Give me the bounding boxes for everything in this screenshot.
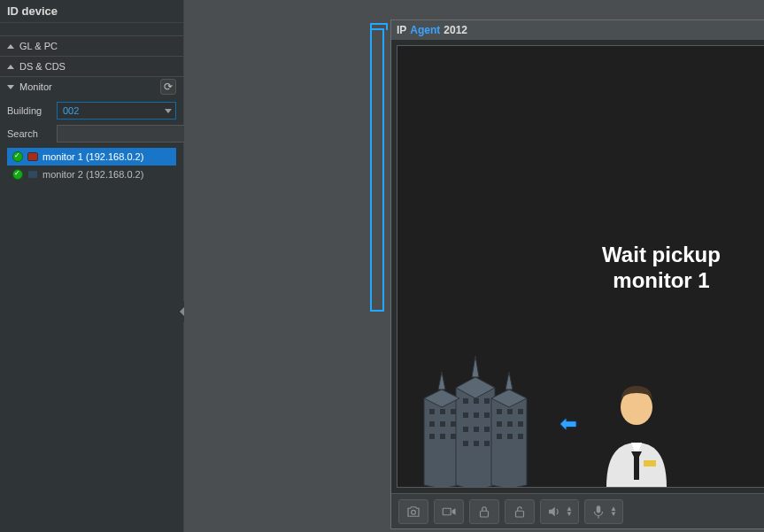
drop-indicator: [368, 23, 388, 317]
volume-stepper-icon: ▲▼: [566, 506, 573, 517]
svg-rect-23: [474, 412, 479, 418]
search-label: Search: [7, 128, 51, 139]
svg-rect-22: [463, 412, 468, 418]
svg-rect-36: [518, 421, 523, 427]
svg-rect-20: [474, 398, 479, 404]
call-toolbar: ▲▼ ▲▼ Hangup: [391, 493, 764, 528]
svg-rect-48: [516, 511, 524, 517]
status-line-2: monitor 1: [397, 268, 764, 294]
record-button[interactable]: [434, 499, 464, 524]
building-select[interactable]: 002: [57, 102, 176, 120]
monitor-panel: Building 002 Search ✕ monitor 1 (192.: [0, 96, 183, 190]
svg-rect-19: [463, 398, 468, 404]
main-area: IP Agent 2012 Wait pickup monitor 1: [184, 0, 764, 532]
lock-button[interactable]: [469, 499, 499, 524]
chevron-down-icon: [165, 109, 172, 113]
svg-rect-18: [451, 434, 456, 439]
status-ok-icon: [12, 151, 23, 162]
ip-agent-dialog: IP Agent 2012 Wait pickup monitor 1: [390, 19, 764, 529]
accordion-label: GL & PC: [19, 41, 58, 51]
tree-item-monitor-2[interactable]: monitor 2 (192.168.0.2): [7, 166, 176, 183]
status-ok-icon: [12, 169, 23, 180]
svg-rect-14: [440, 421, 445, 427]
svg-marker-49: [549, 506, 555, 516]
status-line-1: Wait pickup: [397, 243, 764, 268]
svg-rect-10: [429, 409, 435, 414]
svg-rect-45: [443, 508, 451, 515]
accordion-label: Monitor: [19, 81, 52, 92]
svg-rect-21: [484, 398, 490, 404]
sidebar-title: ID device: [0, 0, 183, 23]
tree-item-monitor-1[interactable]: monitor 1 (192.168.0.2): [7, 148, 176, 166]
unlock-button[interactable]: [505, 499, 535, 524]
svg-point-44: [412, 510, 416, 514]
svg-rect-11: [440, 409, 445, 414]
volume-stepper-icon: ▲▼: [610, 506, 617, 517]
svg-rect-50: [597, 505, 601, 513]
buildings-icon: [405, 345, 546, 487]
svg-rect-39: [518, 434, 523, 439]
arrow-left-icon: ⬅: [560, 412, 576, 436]
building-value: 002: [63, 105, 79, 116]
svg-rect-25: [463, 427, 468, 432]
svg-rect-16: [429, 434, 435, 439]
mic-volume-button[interactable]: ▲▼: [584, 499, 623, 524]
accordion-gl-pc[interactable]: GL & PC: [0, 36, 183, 56]
person-icon: [594, 381, 679, 487]
call-status-text: Wait pickup monitor 1: [397, 243, 764, 294]
search-input[interactable]: [57, 125, 188, 143]
svg-marker-7: [438, 372, 445, 389]
building-label: Building: [7, 105, 51, 116]
dialog-titlebar[interactable]: IP Agent 2012: [391, 20, 764, 40]
device-icon: [27, 170, 38, 179]
sidebar: ID device GL & PC DS & CDS Monitor ⟳ B: [0, 0, 184, 532]
svg-marker-8: [472, 356, 479, 377]
accordion-ds-cds[interactable]: DS & CDS: [0, 57, 183, 76]
tree-item-label: monitor 2 (192.168.0.2): [42, 169, 143, 180]
svg-rect-43: [644, 460, 656, 466]
device-icon: [27, 152, 38, 161]
svg-rect-29: [474, 441, 479, 446]
speaker-volume-button[interactable]: ▲▼: [540, 499, 579, 524]
svg-rect-15: [451, 421, 456, 427]
svg-rect-24: [484, 412, 490, 418]
refresh-button[interactable]: ⟳: [160, 79, 176, 95]
svg-rect-37: [497, 434, 502, 439]
accordion-label: DS & CDS: [19, 61, 66, 72]
brand-agent: Agent: [410, 24, 440, 36]
svg-rect-13: [429, 421, 435, 427]
tree-item-label: monitor 1 (192.168.0.2): [42, 151, 143, 162]
brand-ip: IP: [397, 24, 406, 36]
svg-rect-35: [507, 421, 513, 427]
svg-rect-31: [497, 409, 502, 414]
accordion-monitor[interactable]: Monitor ⟳: [0, 77, 183, 96]
svg-rect-47: [481, 511, 489, 517]
svg-rect-26: [474, 427, 479, 432]
caret-up-icon: [7, 44, 14, 49]
svg-rect-33: [518, 409, 523, 414]
svg-marker-9: [505, 372, 513, 389]
svg-rect-17: [440, 434, 445, 439]
svg-rect-30: [484, 441, 490, 446]
collapse-sidebar-handle[interactable]: [179, 301, 184, 322]
svg-rect-12: [451, 409, 456, 414]
svg-rect-32: [507, 409, 513, 414]
svg-rect-38: [507, 434, 513, 439]
snapshot-button[interactable]: [398, 499, 428, 524]
monitor-tree: monitor 1 (192.168.0.2) monitor 2 (192.1…: [7, 148, 176, 183]
caret-down-icon: [7, 85, 14, 89]
svg-rect-28: [463, 441, 468, 446]
caret-up-icon: [7, 65, 14, 69]
svg-marker-46: [452, 508, 456, 515]
brand-year: 2012: [444, 24, 467, 36]
call-viewport: Wait pickup monitor 1: [397, 45, 764, 488]
svg-rect-34: [497, 421, 502, 427]
svg-rect-27: [484, 427, 490, 432]
